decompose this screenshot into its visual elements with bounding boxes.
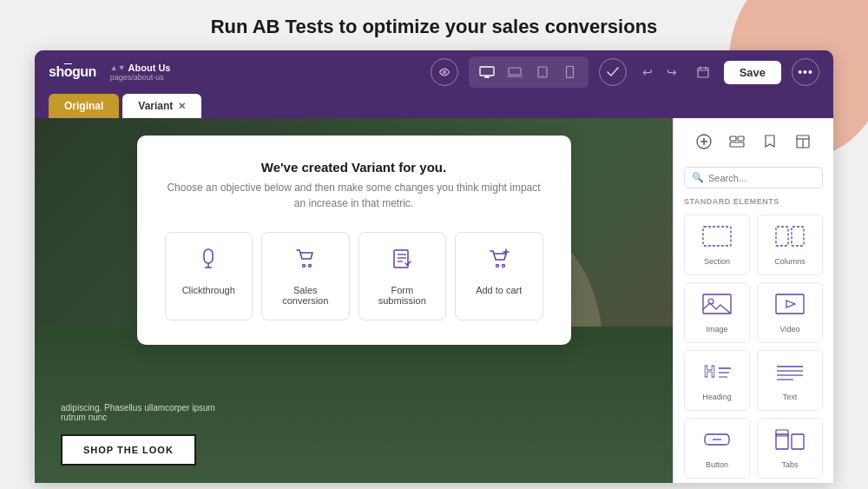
heading-icon: H xyxy=(701,360,733,387)
calendar-button[interactable] xyxy=(693,62,713,83)
page-title: About Us xyxy=(128,63,171,73)
objective-form-submission[interactable]: Form submission xyxy=(358,232,447,320)
search-icon: 🔍 xyxy=(692,172,704,183)
tab-variant-close[interactable]: ✕ xyxy=(178,101,186,112)
layout-button[interactable] xyxy=(724,129,750,155)
save-button[interactable]: Save xyxy=(724,61,781,84)
add-to-cart-icon xyxy=(487,247,511,276)
element-search[interactable]: 🔍 xyxy=(684,167,823,188)
page-slug: pages/about-us xyxy=(110,73,171,82)
objective-sales-conversion[interactable]: Sales conversion xyxy=(261,232,350,320)
objective-clickthrough[interactable]: Clickthrough xyxy=(165,232,253,320)
redo-button[interactable]: ↪ xyxy=(661,62,682,83)
heading-label: Heading xyxy=(702,393,732,401)
tab-variant[interactable]: Variant ✕ xyxy=(122,94,201,118)
text-label: Text xyxy=(783,393,798,401)
modal-subtitle: Choose an objective below and then make … xyxy=(165,180,543,211)
app-container: shogun ▲▼ About Us pages/about-us xyxy=(35,50,833,483)
svg-point-18 xyxy=(308,265,311,268)
svg-rect-54 xyxy=(776,430,788,436)
laptop-device-btn[interactable] xyxy=(502,60,528,84)
element-columns[interactable]: Columns xyxy=(757,215,823,275)
element-button[interactable]: Button xyxy=(684,418,750,479)
mobile-device-btn[interactable] xyxy=(557,60,583,84)
undo-button[interactable]: ↩ xyxy=(637,62,658,83)
svg-rect-38 xyxy=(792,227,804,246)
tabs-element-label: Tabs xyxy=(781,460,798,469)
tab-bar: Original Variant ✕ xyxy=(35,94,833,118)
svg-rect-4 xyxy=(509,68,521,75)
main-heading: Run AB Tests to optimize your sales conv… xyxy=(0,0,868,50)
video-icon xyxy=(774,292,806,320)
shop-the-look-button[interactable]: SHOP THE LOOK xyxy=(61,434,196,466)
svg-text:H: H xyxy=(704,363,715,380)
video-label: Video xyxy=(780,325,800,334)
tab-original[interactable]: Original xyxy=(49,94,119,118)
svg-rect-37 xyxy=(776,227,788,246)
section-label: Section xyxy=(704,257,730,266)
section-icon xyxy=(701,224,733,252)
svg-rect-32 xyxy=(730,142,744,147)
svg-rect-10 xyxy=(698,68,708,77)
content-area: We've created Variant for you. Choose an… xyxy=(35,118,833,483)
element-section[interactable]: Section xyxy=(684,215,750,275)
top-bar: shogun ▲▼ About Us pages/about-us xyxy=(35,50,833,94)
svg-point-23 xyxy=(496,265,498,268)
button-element-icon xyxy=(701,427,733,455)
standard-elements-label: STANDARD ELEMENTS xyxy=(684,197,823,206)
clickthrough-icon xyxy=(196,247,220,276)
sidebar-icons-row xyxy=(684,129,823,158)
right-sidebar: 🔍 STANDARD ELEMENTS Section xyxy=(673,118,833,483)
preview-button[interactable] xyxy=(431,58,458,86)
element-text[interactable]: Text xyxy=(757,350,823,411)
svg-point-17 xyxy=(302,265,305,268)
modal-title: We've created Variant for you. xyxy=(165,160,543,175)
saved-elements-button[interactable] xyxy=(757,129,783,155)
svg-rect-41 xyxy=(776,294,804,314)
add-element-button[interactable] xyxy=(691,129,717,155)
canvas: We've created Variant for you. Choose an… xyxy=(35,118,673,483)
element-heading[interactable]: H Heading xyxy=(684,350,750,411)
add-to-cart-label: Add to cart xyxy=(476,285,522,295)
tablet-device-btn[interactable] xyxy=(529,60,556,84)
clickthrough-label: Clickthrough xyxy=(182,285,235,295)
variant-modal: We've created Variant for you. Choose an… xyxy=(137,135,571,345)
device-toolbar xyxy=(469,56,589,88)
svg-point-9 xyxy=(569,76,570,76)
image-icon xyxy=(701,292,733,320)
sales-conversion-icon xyxy=(293,247,318,276)
elements-grid: Section Columns xyxy=(684,215,823,479)
svg-point-0 xyxy=(443,71,445,74)
tabs-icon xyxy=(774,427,806,455)
image-label: Image xyxy=(706,325,727,334)
search-input[interactable] xyxy=(708,173,815,183)
svg-rect-31 xyxy=(738,136,744,141)
element-tabs[interactable]: Tabs xyxy=(757,418,823,479)
form-submission-icon xyxy=(390,247,414,276)
svg-rect-53 xyxy=(792,434,804,449)
objective-add-to-cart[interactable]: Add to cart xyxy=(455,232,543,320)
element-image[interactable]: Image xyxy=(684,282,750,343)
svg-point-40 xyxy=(708,299,713,304)
templates-button[interactable] xyxy=(790,129,816,155)
canvas-bottom-content: adipiscing. Phasellus ullamcorper ipsum … xyxy=(35,327,673,483)
objective-grid: Clickthrough Sales conversion xyxy=(165,232,543,320)
svg-point-7 xyxy=(542,76,543,77)
page-selector[interactable]: ▲▼ About Us pages/about-us xyxy=(110,63,171,82)
more-options-button[interactable]: ••• xyxy=(792,58,819,86)
svg-rect-14 xyxy=(204,249,213,263)
svg-rect-36 xyxy=(703,227,731,246)
desktop-device-btn[interactable] xyxy=(474,60,500,84)
svg-rect-6 xyxy=(538,67,547,77)
columns-icon xyxy=(774,224,806,252)
logo: shogun xyxy=(49,64,96,80)
canvas-bg-text: adipiscing. Phasellus ullamcorper ipsum … xyxy=(61,403,234,422)
svg-rect-1 xyxy=(480,67,494,76)
columns-label: Columns xyxy=(774,257,806,266)
svg-point-24 xyxy=(502,265,504,268)
element-video[interactable]: Video xyxy=(757,282,823,343)
text-icon xyxy=(774,360,806,387)
button-element-label: Button xyxy=(706,460,728,469)
sales-conversion-label: Sales conversion xyxy=(271,285,340,306)
publish-check-button[interactable] xyxy=(599,58,627,86)
